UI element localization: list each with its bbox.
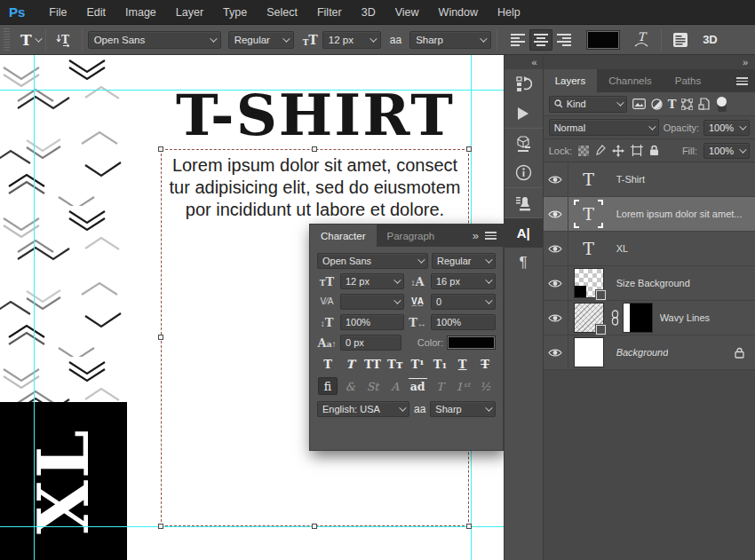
- collapse-panel-icon[interactable]: »: [743, 57, 748, 67]
- menu-select[interactable]: Select: [257, 6, 307, 19]
- guide-vertical-left[interactable]: [34, 55, 35, 560]
- handle-top-center[interactable]: [312, 146, 317, 152]
- visibility-eye-icon[interactable]: [544, 197, 568, 231]
- contextual-alternates-button[interactable]: &: [340, 380, 360, 393]
- align-center-button[interactable]: [529, 29, 552, 51]
- ordinals-button[interactable]: 1ˢᵗ: [453, 380, 473, 393]
- tab-character[interactable]: Character: [310, 225, 377, 247]
- 3d-button[interactable]: 3D: [703, 33, 718, 46]
- layer-row-tshirt[interactable]: T T-Shirt: [544, 162, 755, 197]
- lock-position-icon[interactable]: [612, 145, 624, 157]
- visibility-eye-icon[interactable]: [544, 266, 568, 300]
- text-orientation-icon[interactable]: T: [56, 33, 72, 47]
- menu-layer[interactable]: Layer: [166, 6, 213, 19]
- cp-font-size-select[interactable]: 12 px: [340, 273, 404, 289]
- menu-window[interactable]: Window: [429, 6, 488, 19]
- visibility-eye-icon[interactable]: [544, 335, 568, 369]
- font-family-select[interactable]: Open Sans: [88, 31, 221, 49]
- visibility-eye-icon[interactable]: [544, 162, 568, 196]
- cp-font-style-select[interactable]: Regular: [432, 253, 496, 269]
- filter-adjustment-layers-icon[interactable]: [651, 99, 663, 110]
- tab-channels[interactable]: Channels: [597, 69, 664, 92]
- ligatures-button[interactable]: fi: [318, 377, 338, 395]
- chevron-down-icon[interactable]: [35, 35, 42, 42]
- cp-color-swatch[interactable]: [447, 335, 496, 350]
- superscript-button[interactable]: T¹: [408, 358, 427, 371]
- panel-menu-icon[interactable]: [485, 232, 497, 240]
- swash-button[interactable]: A: [385, 380, 405, 393]
- blend-mode-select[interactable]: Normal: [549, 119, 659, 136]
- titling-alternates-button[interactable]: T: [430, 380, 449, 393]
- layer-row-size-background[interactable]: Size Background: [544, 266, 755, 301]
- layer-row-background[interactable]: Background: [544, 335, 755, 370]
- cp-horizontal-scale-input[interactable]: 100%: [431, 314, 496, 330]
- cp-baseline-shift-input[interactable]: 0 px: [340, 335, 401, 351]
- tab-paragraph[interactable]: Paragraph: [377, 225, 446, 247]
- layer-filtering-toggle[interactable]: [717, 97, 727, 112]
- tab-paths[interactable]: Paths: [664, 69, 712, 92]
- lock-artboard-icon[interactable]: [631, 145, 643, 156]
- materials-panel-icon[interactable]: [505, 129, 543, 158]
- options-grip-handle[interactable]: [4, 28, 10, 51]
- lock-pixels-icon[interactable]: [595, 145, 606, 156]
- text-color-swatch[interactable]: [586, 30, 620, 50]
- cp-tracking-select[interactable]: 0: [431, 294, 496, 310]
- layer-row-lorem[interactable]: T Lorem ipsum dolor sit amet...: [544, 197, 755, 232]
- visibility-eye-icon[interactable]: [544, 301, 568, 335]
- menu-edit[interactable]: Edit: [77, 6, 116, 19]
- strikethrough-button[interactable]: T: [475, 358, 495, 371]
- character-panel-icon[interactable]: A|: [505, 218, 543, 248]
- tab-layers[interactable]: Layers: [544, 69, 598, 92]
- cp-vertical-scale-input[interactable]: 100%: [340, 314, 404, 330]
- guide-horizontal-bottom[interactable]: [0, 526, 504, 527]
- clone-source-panel-icon[interactable]: [505, 188, 543, 217]
- cp-font-family-select[interactable]: Open Sans: [317, 253, 428, 269]
- font-style-select[interactable]: Regular: [228, 31, 294, 49]
- cp-anti-alias-select[interactable]: Sharp: [430, 401, 496, 417]
- collapse-dock-icon[interactable]: «: [532, 57, 537, 67]
- cp-language-select[interactable]: English: USA: [317, 401, 409, 417]
- layer-mask-thumbnail[interactable]: [623, 303, 653, 333]
- opacity-select[interactable]: 100%: [703, 120, 750, 136]
- lock-all-icon[interactable]: [649, 145, 659, 156]
- cp-kerning-select[interactable]: [340, 294, 404, 310]
- anti-alias-select[interactable]: Sharp: [409, 31, 491, 49]
- subscript-button[interactable]: T₁: [430, 358, 449, 371]
- font-size-select[interactable]: 12 px: [322, 31, 381, 49]
- fractions-button[interactable]: ½: [475, 380, 495, 393]
- all-caps-button[interactable]: TT: [363, 358, 383, 371]
- faux-bold-button[interactable]: T: [318, 358, 338, 371]
- filter-shape-layers-icon[interactable]: [681, 99, 693, 110]
- handle-top-right[interactable]: [466, 146, 472, 152]
- handle-bottom-right[interactable]: [466, 524, 472, 529]
- document-canvas[interactable]: XL T-SHIRT Lorem ipsum dolor sit amet, c…: [0, 55, 505, 560]
- filter-smart-objects-icon[interactable]: [698, 98, 710, 110]
- tshirt-heading[interactable]: T-SHIRT: [152, 87, 479, 144]
- guide-horizontal-top[interactable]: [0, 90, 504, 91]
- menu-type[interactable]: Type: [213, 6, 257, 19]
- menu-file[interactable]: File: [39, 6, 76, 19]
- warp-text-icon[interactable]: T: [634, 32, 648, 47]
- visibility-eye-icon[interactable]: [544, 232, 568, 265]
- layer-row-xl[interactable]: T XL: [544, 232, 755, 266]
- paragraph-panel-icon[interactable]: ¶: [505, 248, 543, 277]
- filter-type-layers-icon[interactable]: T: [668, 98, 677, 111]
- filter-kind-select[interactable]: Kind: [549, 96, 627, 113]
- toggle-panels-icon[interactable]: [672, 32, 689, 48]
- actions-panel-icon[interactable]: [505, 99, 543, 128]
- align-right-button[interactable]: [552, 29, 576, 51]
- faux-italic-button[interactable]: T: [340, 358, 360, 371]
- handle-middle-left[interactable]: [158, 335, 163, 340]
- align-left-button[interactable]: [506, 29, 529, 51]
- discretionary-ligatures-button[interactable]: St: [363, 380, 383, 393]
- small-caps-button[interactable]: Tᴛ: [385, 358, 405, 371]
- type-tool-icon[interactable]: T: [13, 31, 35, 49]
- menu-filter[interactable]: Filter: [307, 6, 352, 19]
- history-panel-icon[interactable]: [505, 69, 543, 99]
- layer-row-wavy-lines[interactable]: Wavy Lines: [544, 301, 755, 335]
- menu-image[interactable]: Image: [115, 6, 166, 19]
- expand-panel-icon[interactable]: »: [473, 229, 479, 242]
- panel-menu-icon[interactable]: [736, 77, 748, 85]
- lock-transparency-icon[interactable]: [578, 146, 589, 156]
- stylistic-alternates-button[interactable]: ad: [408, 380, 427, 393]
